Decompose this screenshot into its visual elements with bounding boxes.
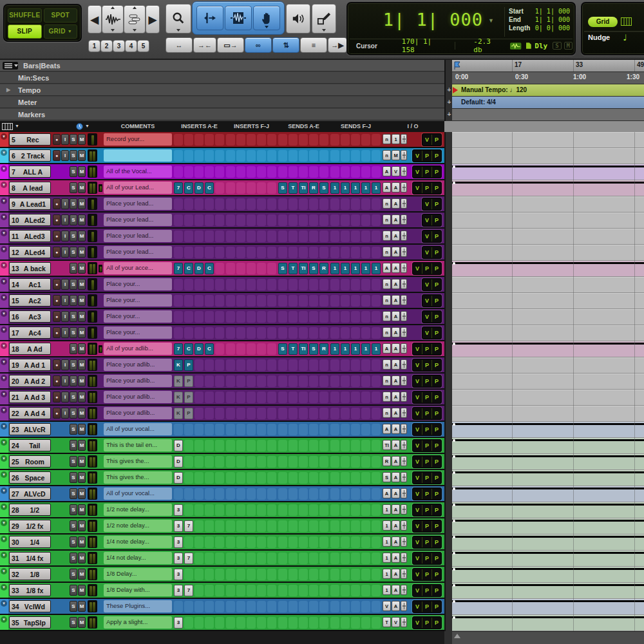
record-enable-button[interactable]: ●	[53, 134, 61, 145]
vp-value[interactable]: P	[422, 263, 431, 274]
sends-f-j-slot-1[interactable]	[330, 150, 339, 162]
edit-lane-track-25[interactable]	[452, 454, 644, 470]
ruler-name-markers[interactable]: Markers	[0, 109, 444, 120]
track-expand-icon[interactable]: ▼	[1, 600, 7, 607]
inserts-a-e-slot-1[interactable]: 3	[174, 504, 183, 516]
inserts-f-j-slot-5[interactable]	[267, 311, 276, 323]
inserts-a-e-slot-3[interactable]	[194, 214, 204, 226]
inserts-a-e-slot-1[interactable]: 3	[174, 585, 183, 596]
vp-value[interactable]: V	[413, 521, 422, 531]
sends-a-e-slot-2[interactable]	[289, 536, 298, 548]
input-path-button[interactable]: 1	[383, 569, 391, 579]
sends-a-e-slot-2[interactable]	[289, 327, 298, 339]
solo-button[interactable]: S	[70, 424, 77, 435]
sends-a-e-slot-1[interactable]	[278, 488, 287, 500]
sends-a-e-slot-3[interactable]	[299, 166, 308, 178]
sends-a-e-slot-3[interactable]: TI	[299, 182, 308, 194]
inserts-f-j-slot-2[interactable]	[236, 440, 245, 451]
track-name-box[interactable]: 35TapSlp	[9, 616, 51, 629]
sends-a-e-slot-1[interactable]	[278, 392, 287, 403]
inserts-a-e-slot-5[interactable]	[215, 456, 224, 468]
track-comment[interactable]: All of your vocal...	[104, 423, 172, 435]
inserts-f-j-slot-5[interactable]	[267, 472, 276, 484]
zoom-preset-3[interactable]: 3	[113, 40, 125, 52]
inserts-a-e-slot-4[interactable]	[205, 520, 214, 532]
sends-f-j-slot-3[interactable]	[351, 601, 360, 612]
sends-f-j-slot-5[interactable]	[372, 198, 381, 210]
inserts-a-e-slot-1[interactable]: 3	[174, 617, 183, 629]
output-path-button[interactable]: A	[392, 231, 400, 241]
vp-value[interactable]: P	[431, 312, 441, 322]
sends-f-j-slot-1[interactable]	[330, 392, 339, 403]
vp-value[interactable]: P	[431, 537, 441, 547]
inserts-f-j-slot-3[interactable]	[247, 182, 256, 194]
mute-button[interactable]: M	[78, 617, 86, 628]
sends-f-j-slot-4[interactable]	[361, 375, 370, 387]
edit-lane-track-19[interactable]	[452, 357, 644, 374]
inserts-f-j-slot-5[interactable]	[267, 327, 276, 339]
sends-a-e-slot-5[interactable]	[319, 359, 328, 371]
automation-mode-button[interactable]	[401, 247, 407, 257]
inserts-a-e-slot-5[interactable]	[215, 247, 224, 258]
markers-ruler[interactable]	[452, 109, 644, 121]
vp-value[interactable]: V	[413, 392, 422, 402]
solo-button[interactable]: S	[70, 601, 77, 612]
sends-f-j-slot-3[interactable]	[351, 392, 360, 403]
vp-value[interactable]: P	[422, 392, 431, 402]
inserts-a-e-slot-3[interactable]	[194, 440, 204, 451]
volume-pan-readout[interactable]: VPP	[412, 600, 442, 613]
sends-f-j-slot-3[interactable]	[351, 617, 360, 629]
selector-tool-button[interactable]	[225, 6, 252, 30]
output-path-button[interactable]: A	[392, 327, 400, 337]
sends-f-j-slot-3[interactable]	[351, 424, 360, 435]
inserts-a-e-slot-4[interactable]	[205, 456, 214, 468]
tempo-event-marker-icon[interactable]	[453, 87, 458, 93]
sends-f-j-slot-5[interactable]	[372, 150, 381, 162]
sends-f-j-slot-2[interactable]	[341, 295, 350, 307]
input-monitor-button[interactable]: I	[61, 295, 69, 306]
sends-a-e-slot-4[interactable]	[309, 327, 318, 339]
solo-button[interactable]: S	[70, 311, 77, 322]
inserts-a-e-slot-2[interactable]	[184, 295, 193, 307]
main-counter-dropdown-icon[interactable]: ▼	[488, 17, 494, 24]
input-monitor-button[interactable]: I	[61, 279, 69, 290]
inserts-f-j-slot-3[interactable]	[247, 231, 256, 242]
sends-a-e-slot-5[interactable]	[319, 392, 328, 403]
mute-button[interactable]: M	[78, 456, 86, 467]
nudge-note-icon[interactable]: ♩	[622, 32, 627, 43]
vp-value[interactable]: P	[431, 183, 441, 193]
automation-mode-button[interactable]	[401, 488, 407, 498]
track-expand-icon[interactable]: ▼	[1, 246, 7, 252]
input-path-button[interactable]: n	[383, 247, 391, 257]
vp-value[interactable]: P	[431, 328, 441, 338]
input-path-button[interactable]: TI	[383, 440, 391, 450]
inserts-f-j-slot-3[interactable]	[247, 392, 256, 403]
edit-lane-track-12[interactable]	[452, 245, 644, 261]
add-marker-button[interactable]: +	[446, 111, 452, 117]
track-name-box[interactable]: 16Ac3	[9, 310, 51, 323]
zoom-preset-4[interactable]: 4	[125, 40, 137, 52]
inserts-a-e-slot-1[interactable]	[174, 488, 183, 500]
inserts-a-e-slot-5[interactable]	[215, 424, 224, 435]
sends-a-e-slot-3[interactable]	[299, 311, 308, 323]
sends-f-j-slot-1[interactable]	[330, 569, 339, 580]
inserts-a-e-slot-1[interactable]: K	[174, 375, 183, 387]
zoom-toggle-button[interactable]: ↔	[166, 37, 193, 53]
edit-lane-track-17[interactable]	[452, 325, 644, 341]
automation-mode-button[interactable]	[401, 536, 407, 547]
inserts-f-j-slot-5[interactable]	[267, 536, 276, 548]
inserts-f-j-slot-4[interactable]	[257, 231, 266, 242]
inserts-a-e-slot-4[interactable]	[205, 569, 214, 580]
vp-value[interactable]: V	[422, 279, 431, 290]
sends-a-e-slot-5[interactable]	[319, 198, 328, 210]
inserts-a-e-slot-5[interactable]	[215, 520, 224, 532]
automation-follows-edit-button[interactable]: ≡	[300, 37, 327, 53]
inserts-f-j-slot-5[interactable]	[267, 601, 276, 612]
inserts-a-e-slot-2[interactable]	[184, 247, 193, 258]
ruler-name-min-secs[interactable]: Min:Secs	[0, 72, 444, 84]
volume-pan-readout[interactable]: VPP	[412, 568, 442, 581]
automation-mode-button[interactable]	[401, 585, 407, 595]
sends-f-j-slot-4[interactable]	[361, 214, 370, 226]
grabber-tool-button[interactable]	[253, 6, 280, 30]
output-path-button[interactable]: A	[392, 247, 400, 257]
